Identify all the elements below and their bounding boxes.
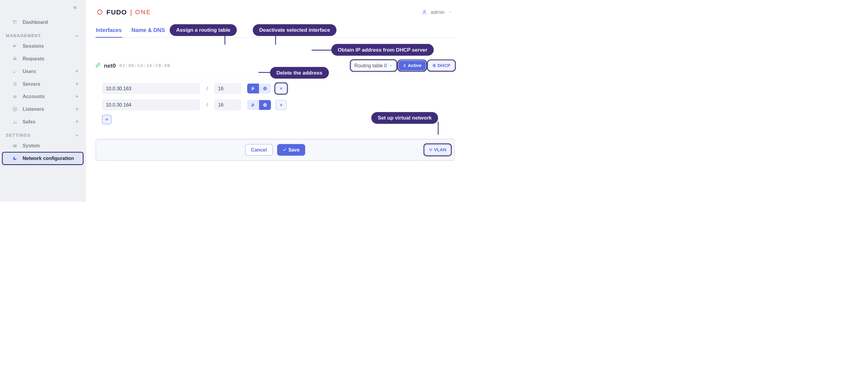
globe-icon xyxy=(432,64,436,67)
close-icon xyxy=(279,87,283,90)
svg-point-17 xyxy=(16,122,17,123)
svg-point-13 xyxy=(14,109,16,110)
svg-rect-3 xyxy=(13,22,14,24)
nav-section-management[interactable]: MANAGEMENT xyxy=(0,28,86,40)
svg-point-25 xyxy=(430,150,431,151)
user-menu[interactable]: admin xyxy=(419,8,455,16)
svg-rect-1 xyxy=(15,20,17,21)
nav-item-requests[interactable]: Requests xyxy=(2,53,83,65)
delete-address-button[interactable] xyxy=(276,84,287,93)
svg-point-7 xyxy=(13,70,15,71)
link-icon xyxy=(96,63,100,68)
brand-divider: | xyxy=(130,8,132,16)
address-mode-toggle[interactable] xyxy=(247,100,271,110)
callout-dhcp: Obtain IP address from DHCP server xyxy=(331,44,434,56)
dhcp-label: DHCP xyxy=(437,63,450,68)
svg-point-16 xyxy=(13,120,15,122)
interface-name: net0 xyxy=(104,62,116,69)
nav-item-accounts[interactable]: Accounts + xyxy=(2,90,83,103)
add-address-button[interactable] xyxy=(102,115,112,124)
system-icon xyxy=(12,143,18,148)
brand-logo: FUDO | ONE xyxy=(96,8,151,17)
svg-point-23 xyxy=(429,149,430,149)
svg-point-19 xyxy=(423,10,425,12)
svg-point-8 xyxy=(16,70,16,71)
ip-input[interactable] xyxy=(102,83,200,94)
check-icon xyxy=(282,148,286,152)
address-mode-toggle[interactable] xyxy=(247,84,271,93)
nav-item-listeners[interactable]: Listeners + xyxy=(2,103,83,116)
active-toggle-button[interactable]: Active xyxy=(398,61,426,70)
plus-icon xyxy=(105,117,109,121)
tabs-bar: InterfacesName & DNSRoutingARP Table xyxy=(96,26,455,38)
bulb-icon xyxy=(403,64,406,67)
vlan-button[interactable]: VLAN xyxy=(425,145,451,155)
logo-icon xyxy=(96,8,104,17)
nav-section-settings[interactable]: SETTINGS xyxy=(0,128,86,140)
dhcp-button[interactable]: DHCP xyxy=(428,61,455,70)
brand-suffix: ONE xyxy=(135,9,151,16)
mask-input[interactable] xyxy=(214,99,241,111)
save-button[interactable]: Save xyxy=(277,144,305,156)
nav-item-label: System xyxy=(23,143,40,148)
nav-section-label: SETTINGS xyxy=(6,133,30,138)
listeners-icon xyxy=(12,107,18,112)
users-icon xyxy=(12,69,18,74)
svg-point-11 xyxy=(14,83,14,83)
active-label: Active xyxy=(408,63,422,68)
chevron-down-icon xyxy=(389,64,393,67)
svg-point-5 xyxy=(16,45,17,46)
svg-point-14 xyxy=(13,108,16,111)
nav-item-users[interactable]: Users + xyxy=(2,65,83,78)
svg-rect-10 xyxy=(13,85,17,85)
routing-table-select[interactable]: Routing table 0 xyxy=(351,60,396,70)
nav-section-label: MANAGEMENT xyxy=(6,33,41,38)
management-mode-button[interactable] xyxy=(247,100,259,110)
mask-input[interactable] xyxy=(214,83,241,94)
nav-item-label: Dashboard xyxy=(23,19,48,25)
tab-arp-table[interactable]: ARP Table xyxy=(205,26,232,38)
user-name: admin xyxy=(431,9,445,15)
nav-item-servers[interactable]: Servers + xyxy=(2,78,83,90)
cidr-slash: / xyxy=(203,83,211,94)
management-mode-button[interactable] xyxy=(247,84,259,93)
collapse-sidebar-icon[interactable] xyxy=(72,8,78,11)
main-content: FUDO | ONE admin InterfacesName & DNSRou… xyxy=(86,0,465,202)
svg-rect-9 xyxy=(13,83,17,84)
public-mode-button[interactable] xyxy=(259,84,271,93)
nav-item-label: Accounts xyxy=(23,94,44,99)
nav-item-system[interactable]: System xyxy=(2,140,83,152)
brand-name: FUDO xyxy=(106,8,127,16)
tab-interfaces[interactable]: Interfaces xyxy=(96,26,122,38)
cancel-button[interactable]: Cancel xyxy=(245,144,273,156)
svg-rect-0 xyxy=(13,20,14,22)
ip-input[interactable] xyxy=(102,99,200,111)
svg-point-24 xyxy=(431,149,432,149)
topbar: FUDO | ONE admin xyxy=(96,5,455,19)
nav-item-safes[interactable]: Safes + xyxy=(2,116,83,128)
wrench-icon xyxy=(251,103,255,107)
servers-icon xyxy=(12,82,18,86)
sidebar: Dashboard MANAGEMENT Sessions Requests U… xyxy=(0,0,86,202)
close-icon xyxy=(279,103,283,107)
public-mode-button[interactable] xyxy=(259,100,271,110)
globe-icon xyxy=(263,86,267,91)
svg-rect-4 xyxy=(13,45,16,47)
nav-item-label: Sessions xyxy=(23,44,44,49)
nav-item-label: Network configuration xyxy=(23,156,74,161)
requests-icon xyxy=(12,56,18,61)
interface-header: net0 02:8D:CA:3A:CB:0B Routing table 0 A… xyxy=(96,60,455,75)
svg-rect-6 xyxy=(13,58,17,60)
chevron-down-icon xyxy=(448,10,452,14)
nav-item-network-configuration[interactable]: Network configuration xyxy=(2,152,83,165)
tab-name-dns[interactable]: Name & DNS xyxy=(131,26,165,38)
cidr-slash: / xyxy=(203,99,211,111)
save-label: Save xyxy=(288,147,299,152)
delete-address-button[interactable] xyxy=(276,100,287,110)
nav-item-label: Listeners xyxy=(23,107,44,112)
form-footer: Cancel Save VLAN xyxy=(96,139,455,161)
tab-routing[interactable]: Routing xyxy=(174,26,196,38)
branch-icon xyxy=(429,148,432,152)
nav-item-dashboard[interactable]: Dashboard xyxy=(2,16,83,28)
nav-item-sessions[interactable]: Sessions xyxy=(2,40,83,53)
